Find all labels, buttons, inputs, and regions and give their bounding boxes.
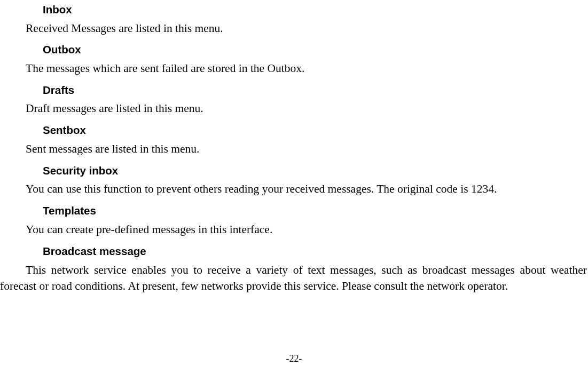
page-number: -22- xyxy=(0,353,588,364)
body-security-inbox: You can use this function to prevent oth… xyxy=(0,182,588,196)
heading-security-inbox: Security inbox xyxy=(0,164,588,177)
heading-outbox: Outbox xyxy=(0,43,588,56)
body-broadcast-message: This network service enables you to rece… xyxy=(0,262,588,294)
document-content: Inbox Received Messages are listed in th… xyxy=(0,0,588,295)
section-inbox: Inbox Received Messages are listed in th… xyxy=(0,3,588,43)
heading-sentbox: Sentbox xyxy=(0,124,588,137)
body-outbox: The messages which are sent failed are s… xyxy=(0,61,588,76)
body-inbox: Received Messages are listed in this men… xyxy=(0,21,588,36)
section-sentbox: Sentbox Sent messages are listed in this… xyxy=(0,124,588,164)
section-drafts: Drafts Draft messages are listed in this… xyxy=(0,84,588,124)
heading-drafts: Drafts xyxy=(0,84,588,97)
heading-inbox: Inbox xyxy=(0,3,588,16)
body-drafts: Draft messages are listed in this menu. xyxy=(0,101,588,116)
section-outbox: Outbox The messages which are sent faile… xyxy=(0,43,588,83)
section-templates: Templates You can create pre-defined mes… xyxy=(0,204,588,244)
heading-broadcast-message: Broadcast message xyxy=(0,245,588,258)
document-page: Inbox Received Messages are listed in th… xyxy=(0,0,588,374)
section-security-inbox: Security inbox You can use this function… xyxy=(0,164,588,204)
section-broadcast-message: Broadcast message This network service e… xyxy=(0,245,588,295)
body-sentbox: Sent messages are listed in this menu. xyxy=(0,142,588,156)
heading-templates: Templates xyxy=(0,204,588,217)
body-templates: You can create pre-defined messages in t… xyxy=(0,222,588,237)
